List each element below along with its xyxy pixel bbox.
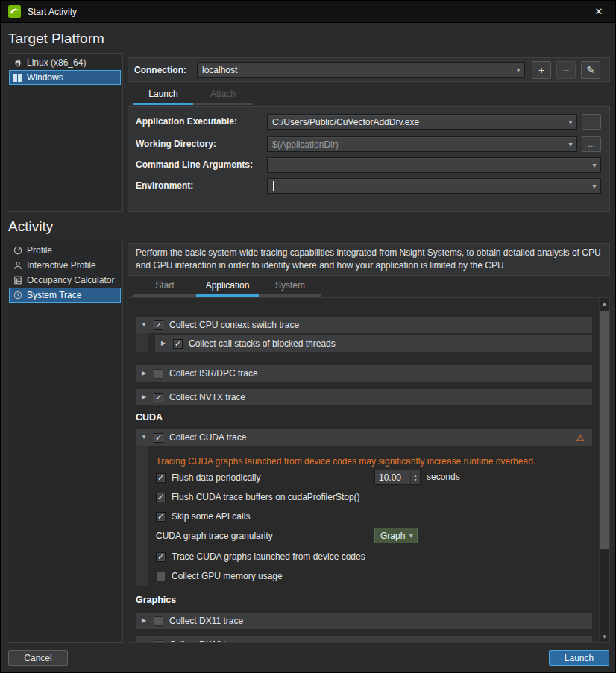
occupancy-calculator-icon <box>13 276 22 285</box>
launch-settings-panel: Application Executable: C:/Users/Public/… <box>128 106 610 212</box>
activity-item-profile[interactable]: Profile <box>9 243 121 258</box>
dx12-checkbox[interactable] <box>154 640 163 644</box>
activity-item-label: Interactive Profile <box>27 260 96 271</box>
check-icon: ✓ <box>157 513 164 521</box>
graph-granularity-row: CUDA graph trace granularity <box>156 528 273 544</box>
close-button[interactable]: ✕ <box>590 3 608 21</box>
scroll-up-icon: ▲ <box>602 300 608 307</box>
nvtx-checkbox[interactable]: ✓ <box>154 393 163 402</box>
tab-launch[interactable]: Launch <box>133 86 193 105</box>
scroll-down-button[interactable]: ▼ <box>600 631 609 642</box>
check-icon: ✓ <box>157 493 164 502</box>
flush-interval-spinner[interactable]: 10.00 ▴▾ <box>374 470 421 485</box>
launch-button[interactable]: Launch <box>549 650 609 666</box>
chevron-down-icon: ▾ <box>588 161 600 169</box>
check-icon: ✓ <box>155 434 162 442</box>
working-directory-label: Working Directory: <box>136 139 216 149</box>
working-directory-browse-button[interactable]: ... <box>582 136 601 152</box>
command-line-arguments-combobox[interactable]: ▾ <box>267 157 601 173</box>
flush-buffers-checkbox[interactable]: ✓ <box>156 493 166 502</box>
cancel-button[interactable]: Cancel <box>8 650 68 666</box>
expander-collapsed-icon[interactable]: ▶ <box>140 618 148 624</box>
setting-label: Flush CUDA trace buffers on cudaProfiler… <box>172 492 360 502</box>
graph-granularity-dropdown[interactable]: Graph ▾ <box>374 528 418 543</box>
activity-description: Perform the basic system-wide tracing ca… <box>128 243 610 276</box>
call-stacks-row[interactable]: ▶ ✓ Collect call stacks of blocked threa… <box>155 335 592 352</box>
edit-connection-button[interactable]: ✎ <box>581 61 600 79</box>
setting-label: Collect call stacks of blocked threads <box>189 338 336 349</box>
start-activity-dialog: Start Activity ✕ Target Platform Linux (… <box>0 0 616 673</box>
graphics-section-heading: Graphics <box>136 595 176 605</box>
close-icon: ✕ <box>595 6 603 17</box>
tab-attach[interactable]: Attach <box>193 86 253 105</box>
cpu-context-switch-row[interactable]: ▼ ✓ Collect CPU context switch trace <box>136 317 592 333</box>
isr-dpc-checkbox[interactable] <box>154 369 163 379</box>
cpu-context-switch-checkbox[interactable]: ✓ <box>154 320 163 330</box>
application-executable-label: Application Executable: <box>136 116 237 127</box>
activity-item-interactive-profile[interactable]: Interactive Profile <box>9 258 121 273</box>
expander-expanded-icon[interactable]: ▼ <box>140 322 148 328</box>
command-line-arguments-label: Command Line Arguments: <box>136 159 253 170</box>
activity-tabs: Start Application System <box>133 277 321 297</box>
working-directory-value: $(ApplicationDir) <box>272 139 565 150</box>
setting-label: Collect NVTX trace <box>169 392 245 402</box>
application-executable-combobox[interactable]: C:/Users/Public/CuVectorAddDrv.exe ▾ <box>267 114 577 130</box>
setting-label: Collect ISR/DPC trace <box>169 368 258 379</box>
flush-buffers-row: ✓ Flush CUDA trace buffers on cudaProfil… <box>156 489 360 505</box>
windows-icon <box>13 73 22 83</box>
dx12-row[interactable]: ▶ Collect DX12 trace <box>136 636 592 643</box>
activity-item-label: Occupancy Calculator <box>27 275 114 285</box>
connection-value: localhost <box>202 65 512 75</box>
text-cursor <box>273 181 274 191</box>
gpu-memory-row: Collect GPU memory usage <box>156 568 283 584</box>
minus-icon: − <box>563 65 569 75</box>
setting-label: Collect DX11 trace <box>169 616 243 626</box>
expander-collapsed-icon[interactable]: ▶ <box>160 341 167 347</box>
gpu-memory-checkbox[interactable] <box>156 572 166 581</box>
skip-api-checkbox[interactable]: ✓ <box>156 512 166 522</box>
activity-item-label: Profile <box>27 245 52 256</box>
cuda-trace-checkbox[interactable]: ✓ <box>154 433 163 443</box>
chevron-down-icon: ▾ <box>565 140 576 148</box>
activity-item-occupancy-calculator[interactable]: Occupancy Calculator <box>9 273 121 288</box>
expander-collapsed-icon[interactable]: ▶ <box>140 642 148 643</box>
platform-item-windows[interactable]: Windows <box>9 70 121 85</box>
setting-label: Collect CPU context switch trace <box>169 320 299 330</box>
expander-collapsed-icon[interactable]: ▶ <box>140 370 148 376</box>
add-connection-button[interactable]: + <box>532 61 551 79</box>
application-executable-browse-button[interactable]: ... <box>582 114 601 130</box>
connection-panel: Connection: localhost ▾ + − ✎ <box>128 57 610 82</box>
spinner-arrows[interactable]: ▴▾ <box>410 470 420 484</box>
target-platform-heading: Target Platform <box>8 31 104 47</box>
vertical-scrollbar[interactable]: ▲ ▼ <box>599 298 609 642</box>
nvtx-row[interactable]: ▶ ✓ Collect NVTX trace <box>136 389 592 405</box>
chevron-down-icon: ▾ <box>588 182 600 190</box>
dx11-row[interactable]: ▶ Collect DX11 trace <box>136 613 592 629</box>
tab-application[interactable]: Application <box>196 277 259 297</box>
flush-periodically-checkbox[interactable]: ✓ <box>156 473 166 483</box>
tab-system[interactable]: System <box>259 277 321 297</box>
working-directory-combobox[interactable]: $(ApplicationDir) ▾ <box>267 136 577 152</box>
scroll-up-button[interactable]: ▲ <box>600 298 609 309</box>
expander-expanded-icon[interactable]: ▼ <box>140 435 148 440</box>
setting-label: Trace CUDA graphs launched from device c… <box>172 552 365 562</box>
platform-item-label: Windows <box>27 72 63 83</box>
remove-connection-button[interactable]: − <box>556 61 576 79</box>
platform-list: Linux (x86_64) Windows <box>7 53 123 212</box>
setting-label: Collect CUDA trace <box>169 432 246 443</box>
cuda-trace-row[interactable]: ▼ ✓ Collect CUDA trace ⚠ <box>136 429 592 446</box>
expander-collapsed-icon[interactable]: ▶ <box>140 394 148 400</box>
platform-item-linux[interactable]: Linux (x86_64) <box>9 55 121 70</box>
environment-combobox[interactable]: ▾ <box>267 178 601 194</box>
trace-cuda-graphs-checkbox[interactable]: ✓ <box>156 552 166 562</box>
connection-combobox[interactable]: localhost ▾ <box>197 62 525 78</box>
tab-start[interactable]: Start <box>133 277 196 297</box>
isr-dpc-row[interactable]: ▶ Collect ISR/DPC trace <box>136 365 592 382</box>
activity-list: Profile Interactive Profile Occupancy Ca… <box>7 241 123 643</box>
activity-item-system-trace[interactable]: System Trace <box>9 288 121 303</box>
dx11-checkbox[interactable] <box>154 616 163 626</box>
call-stacks-checkbox[interactable]: ✓ <box>173 339 183 349</box>
scrollbar-thumb[interactable] <box>600 311 609 549</box>
nvidia-logo-icon <box>8 5 21 18</box>
setting-label: Flush data periodically <box>172 473 260 483</box>
